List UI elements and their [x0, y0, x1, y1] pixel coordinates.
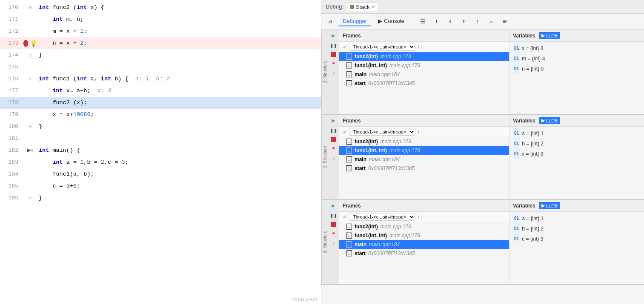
- line-number-177: 177: [0, 85, 23, 97]
- line-content-180: }: [37, 121, 321, 133]
- thread-arrows-0: ↑↓: [417, 44, 423, 50]
- vars-section-0: Variables▶LLDB01x = {int} 301m = {int} 4…: [509, 30, 644, 114]
- play-button-0[interactable]: ▶: [330, 31, 338, 39]
- code-line-182: 182▶⊖int main() {: [0, 145, 321, 156]
- thread-select-0[interactable]: Thread-1-<c...ain-thread>: [349, 43, 415, 51]
- continue-button[interactable]: ↑: [472, 16, 483, 27]
- frame-item-0-3[interactable]: □start0x00007fff713d13d5: [339, 79, 509, 88]
- frame-item-2-3[interactable]: □start0x00007fff713d13d5: [339, 249, 509, 258]
- line-gutter-176: ⊖: [23, 77, 37, 82]
- frames-header-2: Frames: [339, 200, 509, 212]
- lldb-button-1[interactable]: ▶LLDB: [539, 117, 561, 124]
- fold-icon[interactable]: ⊖: [29, 124, 31, 129]
- step-out-button[interactable]: ⬆: [458, 16, 469, 27]
- skip-button-1[interactable]: ⫽: [330, 155, 338, 162]
- stop-button-1[interactable]: [331, 137, 336, 142]
- frame-item-2-0[interactable]: □func2(int)main.cpp:173: [339, 222, 509, 231]
- stack-main-1: Frames✓Thread-1-<c...ain-thread>↑↓□func2…: [339, 115, 644, 199]
- favorite-button-1[interactable]: ●: [330, 145, 338, 152]
- frame-file-1-0: main.cpp:173: [381, 139, 411, 145]
- var-item-1-1: 01b = {int} 2: [513, 139, 641, 149]
- skip-button-2[interactable]: ⫽: [330, 240, 338, 247]
- watermark: CSDN @H3T: [292, 298, 318, 302]
- frame-name-1-3: start: [355, 165, 366, 171]
- close-icon[interactable]: ✕: [371, 4, 375, 10]
- stack-group-2: Z: Structure▶❚❚●⫽Frames✓Thread-1-<c...ai…: [321, 200, 644, 285]
- line-gutter-174: ⊖: [23, 53, 37, 58]
- var-type-badge-1-2: 01: [513, 149, 520, 159]
- pause-button-0[interactable]: ❚❚: [330, 42, 338, 49]
- fold-icon[interactable]: ⊖: [29, 53, 31, 58]
- refresh-button[interactable]: ↺: [325, 16, 336, 27]
- frame-name-0-3: start: [355, 80, 366, 86]
- lightbulb-icon[interactable]: 💡: [30, 40, 37, 47]
- step-over-button[interactable]: ⬆: [431, 16, 442, 27]
- frame-item-0-0[interactable]: □func2(int)main.cpp:173: [339, 52, 509, 61]
- tab-console[interactable]: ▶ Console: [374, 17, 409, 26]
- frame-item-0-2[interactable]: □mainmain.cpp:184: [339, 70, 509, 79]
- frames-header-1: Frames: [339, 115, 509, 127]
- breakpoint-icon[interactable]: [23, 40, 28, 47]
- line-content-178: func2 (x);: [37, 97, 321, 109]
- frame-item-1-3[interactable]: □start0x00007fff713d13d5: [339, 164, 509, 173]
- var-list-2: 01a = {int} 101b = {int} 201c = {int} 3: [509, 212, 644, 284]
- frame-item-2-2[interactable]: □mainmain.cpp:184: [339, 240, 509, 249]
- frame-item-1-1[interactable]: □func1(int, int)main.cpp:178: [339, 146, 509, 155]
- thread-select-2[interactable]: Thread-1-<c...ain-thread>: [349, 213, 415, 221]
- favorite-button-0[interactable]: ●: [330, 60, 338, 67]
- thread-up-arrow-0[interactable]: ↑: [417, 44, 420, 50]
- thread-down-arrow-2[interactable]: ↓: [421, 214, 423, 220]
- frame-icon-1-2: □: [346, 156, 352, 162]
- stack-side-controls-0: ▶❚❚●⫽: [328, 30, 339, 114]
- line-number-172: 172: [0, 26, 23, 37]
- frame-item-1-2[interactable]: □mainmain.cpp:184: [339, 155, 509, 164]
- lldb-button-2[interactable]: ▶LLDB: [539, 202, 561, 209]
- fold-icon[interactable]: ⊖: [29, 5, 31, 10]
- line-content-179: x = x+10086;: [37, 109, 321, 121]
- grid-button[interactable]: ⊞: [499, 16, 510, 27]
- fold-icon[interactable]: ⊖: [29, 196, 31, 201]
- thread-down-arrow-1[interactable]: ↓: [421, 129, 423, 135]
- fold-icon[interactable]: ⊖: [31, 148, 34, 153]
- thread-check-icon-0: ✓: [343, 44, 347, 50]
- frame-item-2-1[interactable]: □func1(int, int)main.cpp:178: [339, 231, 509, 240]
- skip-button-0[interactable]: ⫽: [330, 70, 338, 77]
- frame-icon-2-1: □: [346, 233, 352, 239]
- tab-debugger[interactable]: Debugger: [338, 17, 371, 26]
- cursor-button[interactable]: ↗: [486, 16, 497, 27]
- thread-select-1[interactable]: Thread-1-<c...ain-thread>: [349, 128, 415, 136]
- line-content-185: c = a+b;: [37, 180, 321, 192]
- frame-icon-1-1: □: [346, 148, 352, 153]
- step-into-button[interactable]: ⬇: [445, 16, 456, 27]
- pause-button-1[interactable]: ❚❚: [330, 127, 338, 134]
- tab-console-label: Console: [384, 18, 404, 24]
- menu-button[interactable]: ☰: [418, 16, 429, 27]
- play-button-2[interactable]: ▶: [330, 202, 338, 209]
- play-button-1[interactable]: ▶: [330, 116, 338, 124]
- debug-tab-stack[interactable]: Stack ✕: [347, 3, 379, 11]
- favorite-button-2[interactable]: ●: [330, 230, 338, 237]
- vars-header-label-1: Variables: [513, 118, 535, 124]
- frame-name-2-3: start: [355, 250, 366, 256]
- pause-button-2[interactable]: ❚❚: [330, 212, 338, 219]
- lldb-button-0[interactable]: ▶LLDB: [539, 32, 561, 39]
- thread-down-arrow-0[interactable]: ↓: [421, 44, 423, 50]
- thread-up-arrow-2[interactable]: ↑: [417, 214, 420, 220]
- frame-item-1-0[interactable]: □func2(int)main.cpp:173: [339, 137, 509, 146]
- frame-icon-0-0: □: [346, 54, 352, 60]
- thread-up-arrow-1[interactable]: ↑: [417, 129, 420, 135]
- stop-button-2[interactable]: [331, 222, 336, 227]
- fold-icon[interactable]: ⊖: [29, 77, 31, 82]
- frame-name-0-1: func1(int, int): [355, 63, 387, 68]
- stack-side-label-1: 2: Structure: [321, 115, 328, 199]
- vars-header-0: Variables▶LLDB: [509, 30, 644, 42]
- frame-item-0-1[interactable]: □func1(int, int)main.cpp:178: [339, 61, 509, 70]
- debug-panel: Debug: Stack ✕ ↺ Debugger ▶ Console ☰ ⬆ …: [321, 0, 644, 304]
- line-content-176: int func1 (int a, int b) { a: 1 b: 2: [37, 73, 321, 85]
- frame-name-2-2: main: [355, 241, 366, 247]
- stop-button-0[interactable]: [331, 52, 336, 57]
- stack-side-controls-1: ▶❚❚●⫽: [328, 115, 339, 199]
- frame-icon-0-3: □: [346, 80, 352, 86]
- stack-side-label-2: Z: Structure: [321, 200, 328, 284]
- stack-panels: Z: Structure▶❚❚●⫽Frames✓Thread-1-<c...ai…: [321, 30, 644, 304]
